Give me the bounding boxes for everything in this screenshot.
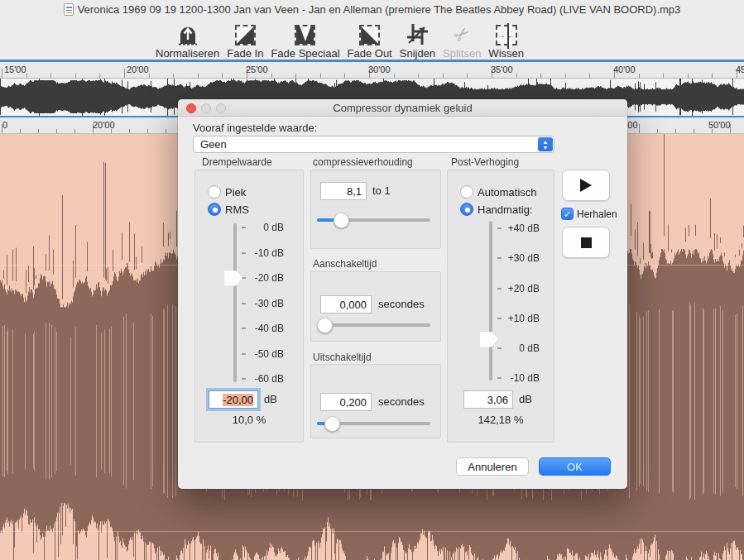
toolbar: Normaliseren Fade In Fade Speciaal Fade … xyxy=(156,20,524,60)
ruler-label: 45'00 xyxy=(736,65,744,74)
ruler-tick xyxy=(75,74,76,78)
piek-radio[interactable] xyxy=(208,185,221,199)
gain-value-field[interactable]: 3,06 xyxy=(463,390,513,409)
attack-value-field[interactable]: 0,000 xyxy=(320,295,372,314)
ruler-tick xyxy=(344,74,345,78)
ruler-tick xyxy=(2,69,2,78)
ok-button[interactable]: OK xyxy=(539,457,611,476)
play-button[interactable] xyxy=(562,170,610,201)
document-icon xyxy=(64,3,74,16)
attack-slider-track[interactable] xyxy=(317,323,430,327)
fade-special-icon xyxy=(295,20,315,45)
normaliseren-button[interactable]: Normaliseren xyxy=(156,20,219,60)
attack-suffix-label: secondes xyxy=(378,298,425,310)
ruler-label: 15'00 xyxy=(4,65,26,74)
preset-dropdown[interactable]: Geen ▲▼ xyxy=(193,136,554,153)
threshold-value-field[interactable]: -20,00 xyxy=(209,390,258,409)
dialog-title: Compressor dynamiek geluid xyxy=(178,99,627,117)
piek-radio-label: Piek xyxy=(225,186,246,199)
normalize-icon xyxy=(178,20,198,45)
snijden-label: Snijden xyxy=(400,47,435,60)
threshold-slider-track[interactable] xyxy=(233,223,237,382)
ruler-tick xyxy=(271,74,272,78)
release-value-field[interactable]: 0,200 xyxy=(320,393,372,411)
repeat-checkbox[interactable]: ✓ xyxy=(561,208,574,220)
dialog-titlebar[interactable]: Compressor dynamiek geluid xyxy=(178,99,627,117)
gain-unit-label: dB xyxy=(519,393,532,405)
threshold-scale-0: 0 dB xyxy=(247,222,284,233)
ruler-tick xyxy=(50,74,51,78)
minimize-window-icon[interactable] xyxy=(201,103,211,113)
delete-gap-icon: →← xyxy=(496,20,517,45)
ruler-tick xyxy=(147,129,148,133)
attack-slider-thumb[interactable] xyxy=(317,318,333,333)
ruler-tick xyxy=(394,74,395,78)
compressor-dialog: Compressor dynamiek geluid Vooraf ingest… xyxy=(178,99,627,489)
ruler-label: 20'00 xyxy=(93,120,115,130)
ruler-tick xyxy=(20,129,21,133)
zoom-window-icon[interactable] xyxy=(216,103,226,113)
handmatig-radio[interactable] xyxy=(460,203,473,216)
ruler-tick xyxy=(198,74,199,78)
ruler-tick xyxy=(99,74,100,78)
automatisch-radio[interactable] xyxy=(460,185,473,199)
splitsen-label: Splitsen xyxy=(443,47,481,60)
fade-in-button[interactable]: Fade In xyxy=(227,20,263,60)
threshold-scale-5: -50 dB xyxy=(247,348,284,360)
threshold-value-selected-text: -20,00 xyxy=(223,394,253,406)
fade-speciaal-button[interactable]: Fade Speciaal xyxy=(271,20,339,60)
ruler-tick xyxy=(56,129,57,133)
threshold-scale-6: -60 dB xyxy=(247,373,284,385)
ruler-tick xyxy=(129,129,130,133)
fade-out-icon xyxy=(359,20,380,45)
normaliseren-label: Normaliseren xyxy=(156,47,219,60)
ruler-tick xyxy=(663,74,664,78)
ruler-tick xyxy=(516,74,517,78)
crop-icon xyxy=(406,20,429,45)
snijden-button[interactable]: Snijden xyxy=(400,20,435,60)
ruler-tick xyxy=(38,129,39,133)
fade-in-label: Fade In xyxy=(227,47,263,60)
ruler-tick xyxy=(657,129,658,133)
ruler-tick xyxy=(589,74,590,78)
gain-slider-track[interactable] xyxy=(489,221,492,381)
gain-scale-4: 0 dB xyxy=(501,342,540,354)
ruler-tick xyxy=(418,74,419,78)
rms-radio[interactable] xyxy=(208,203,221,216)
stop-button[interactable] xyxy=(562,227,610,258)
ruler-tick xyxy=(688,74,689,78)
threshold-unit-label: dB xyxy=(264,393,277,405)
ruler-label: 50'00 xyxy=(708,120,731,130)
ruler-tick xyxy=(295,74,296,78)
close-window-icon[interactable] xyxy=(186,103,196,113)
ratio-slider-thumb[interactable] xyxy=(334,213,349,228)
ruler-tick xyxy=(694,129,694,133)
automatisch-radio-label: Automatisch xyxy=(478,186,537,199)
gain-scale-3: +10 dB xyxy=(501,313,540,324)
ruler-label: 20'00 xyxy=(127,65,149,74)
ratio-value-field[interactable]: 8,1 xyxy=(320,182,367,200)
preset-value: Geen xyxy=(194,136,554,152)
fade-out-button[interactable]: Fade Out xyxy=(348,20,392,60)
window-title-row: Veronica 1969 09 19 1200-1300 Jan van Ve… xyxy=(0,2,744,16)
ruler-tick xyxy=(443,74,444,78)
window-header: Veronica 1969 09 19 1200-1300 Jan van Ve… xyxy=(0,0,744,60)
ruler-tick xyxy=(320,74,321,78)
release-slider-thumb[interactable] xyxy=(324,416,340,432)
ruler-label: 40'00 xyxy=(613,65,636,74)
ruler-label: 35'00 xyxy=(491,65,513,74)
ruler-label: 30'00 xyxy=(368,65,391,74)
ratio-title: compressieverhouding xyxy=(313,156,413,168)
dropdown-stepper-icon: ▲▼ xyxy=(538,137,553,151)
cancel-button[interactable]: Annuleren xyxy=(456,457,529,476)
ruler-tick xyxy=(173,74,174,78)
ruler-tick xyxy=(149,74,150,78)
threshold-scale-3: -30 dB xyxy=(247,298,284,309)
play-icon xyxy=(580,179,592,192)
timeline-ruler-overview[interactable]: 15'0020'0025'0030'0035'0040'0045'00 xyxy=(0,60,744,79)
ruler-tick xyxy=(74,129,75,133)
threshold-scale-2: -20 dB xyxy=(247,272,284,284)
ruler-tick xyxy=(166,129,166,133)
wissen-button[interactable]: →← Wissen xyxy=(488,20,524,60)
threshold-title: Drempelwaarde xyxy=(202,156,272,168)
